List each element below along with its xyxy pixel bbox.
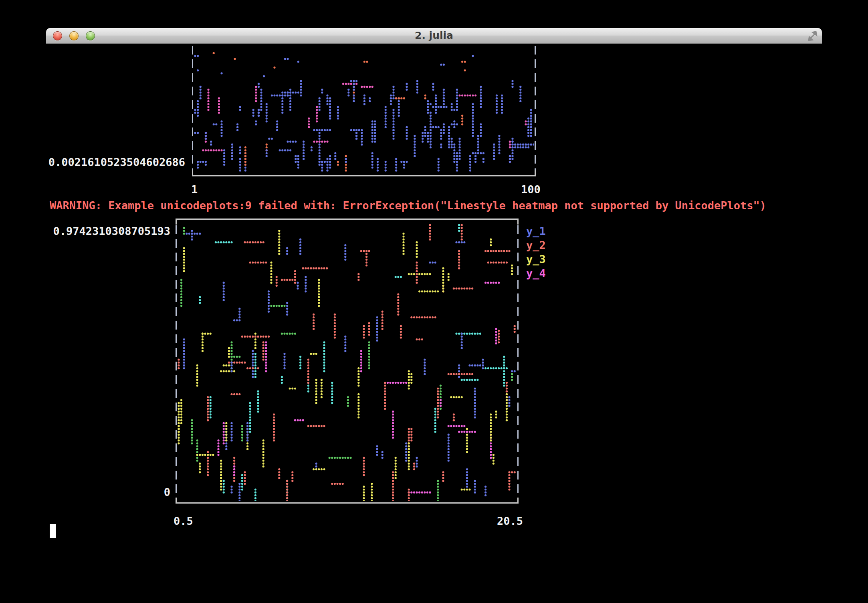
legend-item-y1: y_1 [526,225,546,238]
legend-item-y3: y_3 [526,253,546,266]
plot2-x-min-label: 0.5 [174,514,193,528]
plot2-y-min-label: 0 [42,486,170,499]
plot2-x-max-label: 20.5 [497,514,523,528]
plot1-bottom-border [192,175,536,176]
plot2-corner-bottom-left [176,498,177,502]
plot1-dots-canvas [194,46,534,173]
warning-message: WARNING: Example unicodeplots:9 failed w… [50,199,766,212]
plot1-right-border [535,46,536,170]
plot1-x-max-label: 100 [521,183,541,196]
plot1-corner-right [535,170,536,175]
plot2-dots-canvas [178,221,517,501]
plot2-corner-top-right [517,220,519,225]
plot2-left-border [176,225,177,498]
plot2-top-border [176,219,519,220]
plot1-x-min-label: 1 [191,183,198,196]
plot1-corner-left [192,170,193,175]
plot2-bottom-border [176,502,519,504]
plot2-corner-bottom-right [517,498,519,502]
plot2-y-max-label: 0.9742310308705193 [42,225,170,238]
terminal-cursor [50,524,56,538]
plot2-right-border [517,225,519,498]
legend-item-y4: y_4 [526,267,546,280]
terminal-content[interactable]: 0.0021610523504602686 1 100 WARNING: Exa… [0,0,868,603]
legend-item-y2: y_2 [526,239,546,252]
plot1-left-border [192,46,193,170]
plot2-corner-top-left [176,220,177,225]
plot1-y-label: 0.0021610523504602686 [48,156,185,169]
